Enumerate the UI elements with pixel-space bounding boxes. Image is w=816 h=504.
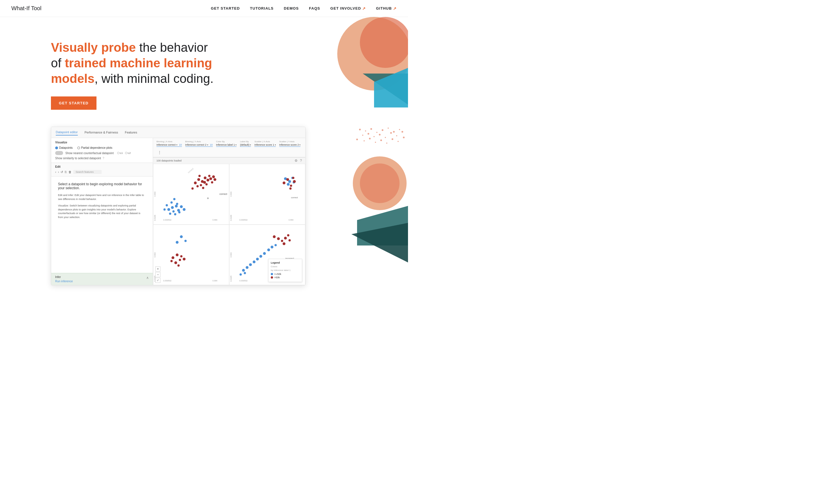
svg-point-56: [204, 176, 206, 179]
color-by-select[interactable]: Inference label 1 ▾: [216, 143, 237, 147]
nav-get-involved[interactable]: GET INVOLVED ↗: [330, 6, 366, 11]
binning-y-select[interactable]: Inference correct 2 ▾ 10: [185, 143, 213, 147]
svg-point-93: [184, 240, 187, 242]
refresh-icon[interactable]: ↺: [61, 170, 63, 174]
chevron-left-icon[interactable]: ‹: [55, 170, 56, 174]
svg-point-120: [267, 248, 270, 251]
legend-colors-label: Colors: [271, 265, 300, 268]
nav-demos[interactable]: DEMOS: [284, 6, 299, 10]
nav-github[interactable]: GITHUB ↗: [376, 6, 397, 11]
chevron-down-6: ▾: [299, 144, 300, 146]
label-by-select[interactable]: (default) ▾: [240, 143, 251, 147]
chevron-down-5: ▾: [275, 144, 276, 146]
svg-point-92: [176, 241, 178, 244]
color-by-label: Color By: [216, 140, 237, 143]
svg-point-118: [259, 255, 262, 258]
help-icon[interactable]: ?: [300, 159, 302, 163]
binning-x-label: Binning | X-Axis: [156, 140, 182, 143]
nav-tutorials[interactable]: TUTORIALS: [250, 6, 274, 10]
scatter-controls: Binning | X-Axis Inference correct ▾ 10 …: [153, 138, 305, 157]
scatter-svg-bottom-left: 0.903 0.0165 0.000502 0.994: [153, 225, 229, 285]
binning-x-select[interactable]: Inference correct ▾ 10: [156, 143, 182, 147]
run-inference-button[interactable]: Run inference: [55, 280, 73, 283]
scatter-cell-top-left: correct 0.903 0.0166 0.000502 0.994: [153, 164, 229, 225]
tab-datapoint-editor[interactable]: Datapoint editor: [56, 129, 78, 135]
toggle-row: Show nearest counterfactual datapoint L1…: [55, 151, 149, 155]
svg-point-44: [174, 213, 176, 215]
control-color-by: Color By Inference label 1 ▾: [216, 140, 237, 147]
external-link-icon: ↗: [362, 6, 366, 11]
datapoints-loaded-text: 100 datapoints loaded: [156, 159, 182, 162]
nav-faqs[interactable]: FAQs: [309, 6, 320, 10]
svg-point-108: [281, 240, 283, 242]
three-dots-menu[interactable]: ⋮: [156, 150, 163, 155]
settings-icon[interactable]: ⚙: [294, 159, 298, 163]
tool-body: Visualize Datapoints Partial dependence …: [51, 138, 305, 285]
hero-cta-button[interactable]: GET STARTED: [51, 96, 96, 110]
svg-point-63: [205, 183, 208, 186]
tool-screenshot: Datapoint editor Performance & Fairness …: [51, 127, 305, 285]
legend-title: Legend: [271, 261, 300, 264]
similarity-row: Show similarity to selected datapoint ?: [55, 157, 149, 160]
radio-dot-filled: [55, 147, 58, 149]
svg-point-100: [183, 258, 186, 260]
radio-partial-dependence[interactable]: Partial dependence plots: [77, 146, 112, 149]
svg-point-111: [283, 242, 285, 245]
l2-radio[interactable]: L2: [125, 152, 131, 154]
svg-point-60: [209, 177, 212, 180]
toggle-switch[interactable]: [55, 151, 63, 155]
edit-toolbar: ‹ › ↺ ⎘ 🗑 Search features: [55, 170, 149, 174]
scatter-x-select[interactable]: Inference score 1 ▾: [254, 143, 276, 147]
svg-point-69: [191, 188, 193, 190]
hero-heading: Visually probe the behavior of trained m…: [51, 40, 221, 86]
svg-text:0.000502: 0.000502: [163, 280, 171, 282]
edit-label: Edit: [55, 165, 149, 168]
tool-right-panel: Binning | X-Axis Inference correct ▾ 10 …: [153, 138, 305, 285]
svg-text:0.0166: 0.0166: [154, 215, 156, 221]
l1-radio[interactable]: L1: [117, 152, 123, 154]
scatter-info-bar: 100 datapoints loaded ⚙ ?: [153, 157, 305, 164]
tab-performance-fairness[interactable]: Performance & Fairness: [85, 130, 118, 135]
svg-point-45: [166, 204, 168, 206]
tab-features[interactable]: Features: [125, 130, 137, 135]
svg-marker-2: [363, 74, 408, 105]
svg-point-83: [293, 180, 296, 183]
chevron-right-icon[interactable]: ›: [58, 170, 59, 174]
tool-header: Datapoint editor Performance & Fairness …: [51, 127, 305, 138]
svg-point-82: [290, 185, 292, 187]
copy-icon[interactable]: ⎘: [65, 170, 67, 174]
infer-expand-icon[interactable]: ∧: [146, 276, 149, 280]
control-scatter-y: Scatter | Y-Axis Inference score 2 ▾: [279, 140, 301, 147]
svg-text:0.000502: 0.000502: [163, 219, 171, 221]
svg-text:0.0166: 0.0166: [230, 215, 232, 221]
nav-get-started[interactable]: GET STARTED: [211, 6, 240, 10]
chevron-down-3: ▾: [235, 144, 236, 146]
scatter-y-select[interactable]: Inference score 2 ▾: [279, 143, 301, 147]
svg-text:correct: correct: [187, 167, 194, 174]
svg-text:0.994: 0.994: [212, 219, 217, 221]
delete-icon[interactable]: 🗑: [68, 170, 72, 174]
svg-point-84: [289, 188, 292, 190]
svg-point-94: [171, 256, 174, 259]
main-content: Datapoint editor Performance & Fairness …: [0, 127, 408, 302]
legend-dot-2: [271, 276, 273, 279]
svg-point-121: [270, 245, 273, 248]
hero-highlight-1: Visually probe: [51, 40, 136, 54]
svg-text:0.000502: 0.000502: [239, 280, 247, 282]
radio-datapoints[interactable]: Datapoints: [55, 146, 73, 149]
zoom-in-button[interactable]: +: [155, 266, 160, 272]
svg-text:0.000502: 0.000502: [239, 219, 247, 221]
dp-desc-2: Visualize: Switch between visualizing da…: [58, 204, 146, 219]
svg-point-47: [170, 201, 173, 204]
l2-radio-circle: [125, 152, 127, 154]
scatter-y-label: Scatter | Y-Axis: [279, 140, 301, 143]
scatter-grid: correct 0.903 0.0166 0.000502 0.994: [153, 164, 305, 285]
svg-point-109: [284, 236, 287, 239]
zoom-reset-button[interactable]: ⤢: [155, 278, 160, 283]
svg-point-97: [174, 261, 177, 264]
svg-point-58: [200, 184, 202, 186]
zoom-out-button[interactable]: −: [155, 272, 160, 277]
search-features-input[interactable]: Search features: [73, 170, 102, 174]
svg-text:0.903: 0.903: [154, 191, 156, 196]
svg-point-112: [288, 239, 291, 241]
